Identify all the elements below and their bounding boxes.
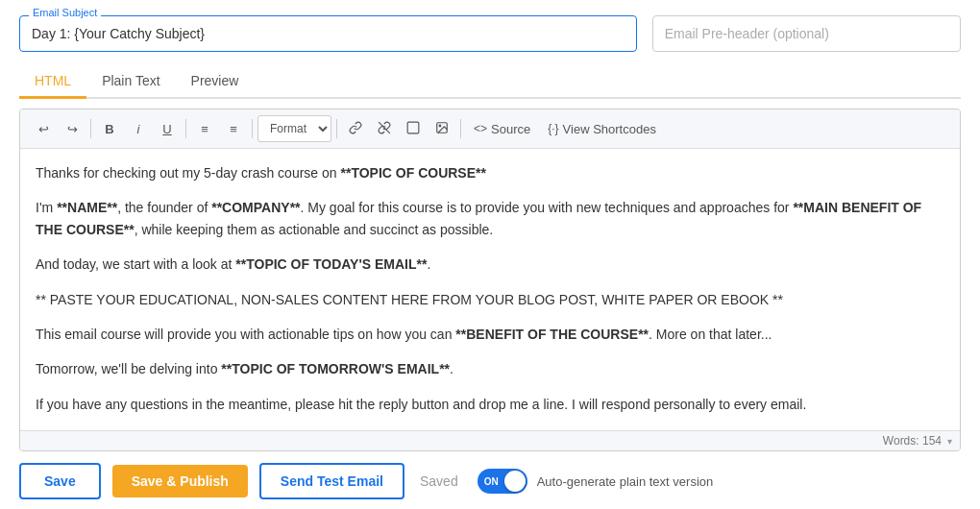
- ol-icon: ≡: [230, 122, 237, 136]
- content-line-3: And today, we start with a look at **TOP…: [36, 254, 944, 275]
- subject-input[interactable]: [19, 15, 637, 52]
- blockquote-button[interactable]: [400, 115, 427, 142]
- underline-button[interactable]: U: [154, 115, 181, 142]
- editor-container: ↩ ↪ B i U ≡ ≡ Format: [19, 109, 961, 451]
- editor-footer: Words: 154 ▾: [20, 430, 960, 450]
- word-count: Words: 154: [883, 434, 942, 448]
- ordered-list-button[interactable]: ≡: [220, 115, 247, 142]
- redo-button[interactable]: ↪: [59, 115, 86, 142]
- shortcodes-icon: {·}: [548, 122, 558, 135]
- autogenerate-toggle[interactable]: ON: [478, 469, 527, 494]
- subject-field-group: Email Subject: [19, 15, 637, 52]
- image-icon: [435, 121, 449, 137]
- unordered-list-button[interactable]: ≡: [191, 115, 218, 142]
- separator-2: [185, 119, 186, 138]
- bold-button[interactable]: B: [96, 115, 123, 142]
- format-select[interactable]: Format: [257, 115, 331, 142]
- redo-icon: ↪: [67, 122, 78, 136]
- tab-plain-text[interactable]: Plain Text: [86, 65, 175, 99]
- link-button[interactable]: [342, 115, 369, 142]
- tabs-row: HTML Plain Text Preview: [19, 65, 961, 99]
- toggle-description: Auto-generate plain text version: [537, 474, 714, 489]
- blockquote-icon: [406, 121, 420, 137]
- shortcodes-label: View Shortcodes: [563, 122, 656, 136]
- separator-4: [336, 119, 337, 138]
- undo-button[interactable]: ↩: [30, 115, 57, 142]
- subject-label: Email Subject: [29, 7, 101, 18]
- source-icon: <>: [474, 122, 487, 135]
- content-line-7: If you have any questions in the meantim…: [36, 394, 944, 415]
- link-icon: [349, 121, 362, 137]
- saved-status: Saved: [420, 473, 458, 489]
- content-line-6: Tomorrow, we'll be delving into **TOPIC …: [36, 358, 944, 379]
- svg-point-3: [439, 125, 441, 127]
- top-row: Email Subject: [19, 15, 961, 52]
- unlink-icon: [378, 121, 391, 137]
- tab-preview[interactable]: Preview: [176, 65, 255, 99]
- editor-content[interactable]: Thanks for checking out my 5-day crash c…: [20, 149, 960, 430]
- content-line-5: This email course will provide you with …: [36, 324, 944, 345]
- main-container: Email Subject HTML Plain Text Preview ↩ …: [0, 0, 980, 509]
- separator-3: [252, 119, 253, 138]
- separator-5: [460, 119, 461, 138]
- content-line-1: Thanks for checking out my 5-day crash c…: [36, 162, 944, 183]
- undo-icon: ↩: [38, 122, 49, 136]
- separator-1: [90, 119, 91, 138]
- unlink-button[interactable]: [371, 115, 398, 142]
- tab-html[interactable]: HTML: [19, 65, 86, 99]
- preheader-input[interactable]: [652, 15, 961, 52]
- save-publish-button[interactable]: Save & Publish: [112, 465, 248, 497]
- bottom-bar: Save Save & Publish Send Test Email Save…: [19, 451, 961, 509]
- send-test-button[interactable]: Send Test Email: [259, 463, 404, 499]
- toolbar: ↩ ↪ B i U ≡ ≡ Format: [20, 109, 960, 149]
- content-line-2: I'm **NAME**, the founder of **COMPANY**…: [36, 197, 944, 240]
- resize-indicator: ▾: [947, 436, 952, 447]
- shortcodes-button[interactable]: {·} View Shortcodes: [540, 118, 664, 140]
- content-line-4: ** PASTE YOUR EDUCATIONAL, NON-SALES CON…: [36, 289, 944, 310]
- svg-rect-1: [407, 122, 419, 133]
- toggle-thumb: [504, 471, 526, 492]
- ul-icon: ≡: [201, 122, 208, 136]
- save-button[interactable]: Save: [19, 463, 101, 499]
- toggle-wrapper: ON Auto-generate plain text version: [478, 469, 714, 494]
- italic-button[interactable]: i: [125, 115, 152, 142]
- source-button[interactable]: <> Source: [466, 118, 538, 140]
- source-label: Source: [491, 122, 530, 136]
- image-button[interactable]: [429, 115, 455, 142]
- toggle-on-label: ON: [484, 476, 499, 487]
- preheader-field-group: [652, 15, 961, 52]
